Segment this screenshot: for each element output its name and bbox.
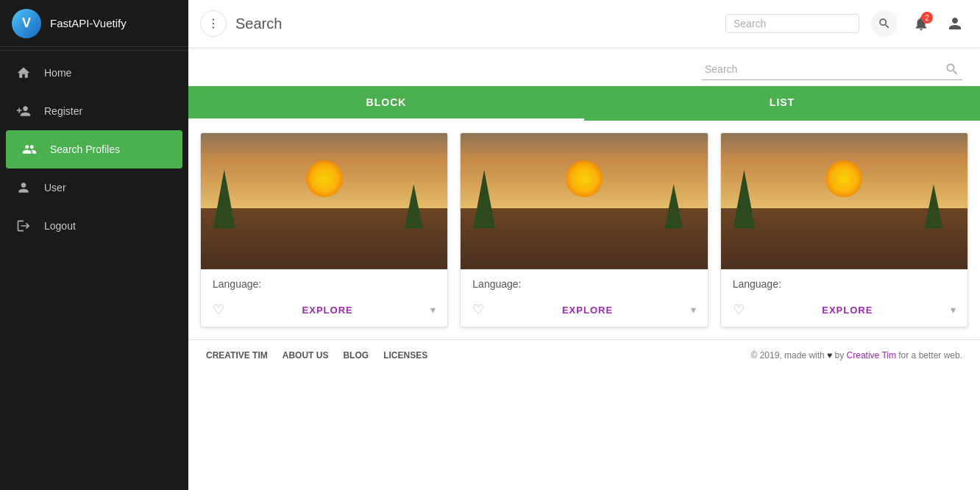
topbar-menu-button[interactable] — [200, 10, 227, 37]
explore-button-2[interactable]: EXPLORE — [562, 305, 613, 316]
sidebar-divider — [0, 50, 188, 51]
explore-button-3[interactable]: EXPLORE — [822, 305, 873, 316]
like-button-2[interactable]: ♡ — [472, 302, 484, 318]
explore-button-1[interactable]: EXPLORE — [302, 305, 353, 316]
topbar-search-input[interactable] — [734, 18, 851, 29]
secondary-search-box[interactable] — [702, 59, 962, 80]
card-language-3: Language: — [733, 278, 956, 290]
profile-card-3: Language: ♡ EXPLORE ▾ — [720, 132, 968, 327]
sidebar-item-register-label: Register — [44, 105, 82, 117]
secondary-search-input[interactable] — [705, 63, 945, 75]
card-language-1: Language: — [213, 278, 436, 290]
svg-point-0 — [213, 19, 214, 21]
sidebar-item-logout[interactable]: Logout — [0, 207, 188, 245]
notifications-button[interactable]: 2 — [906, 9, 936, 38]
sidebar-item-search-profiles[interactable]: Search Profiles — [6, 130, 182, 168]
profile-card-2: Language: ♡ EXPLORE ▾ — [460, 132, 708, 327]
view-tabs: BLOCK LIST — [188, 86, 980, 121]
topbar-title: Search — [235, 15, 725, 32]
svg-point-2 — [213, 26, 214, 28]
footer-brand-link[interactable]: Creative Tim — [847, 350, 896, 361]
notification-badge: 2 — [921, 12, 933, 24]
sidebar-item-search-profiles-label: Search Profiles — [50, 143, 120, 155]
topbar-search-box[interactable] — [725, 14, 859, 33]
footer-link-blog[interactable]: BLOG — [343, 350, 369, 361]
sidebar-item-user-label: User — [44, 182, 66, 193]
card-actions-2: ♡ EXPLORE ▾ — [472, 302, 695, 318]
logout-icon — [15, 217, 32, 235]
card-image-1 — [201, 133, 447, 269]
svg-point-1 — [213, 23, 214, 24]
footer-links: CREATIVE TIM ABOUT US BLOG LICENSES — [206, 350, 427, 361]
footer-copyright: © 2019, made with ♥ by Creative Tim for … — [751, 350, 963, 361]
sidebar-item-register[interactable]: Register — [0, 92, 188, 130]
card-actions-1: ♡ EXPLORE ▾ — [213, 302, 436, 318]
expand-button-2[interactable]: ▾ — [691, 304, 696, 316]
profile-card-1: Language: ♡ EXPLORE ▾ — [200, 132, 448, 327]
topbar-search-button[interactable] — [871, 10, 898, 37]
sidebar-item-home-label: Home — [44, 67, 71, 79]
topbar: Search 2 — [188, 0, 980, 47]
like-button-1[interactable]: ♡ — [213, 302, 224, 318]
footer-link-about-us[interactable]: ABOUT US — [283, 350, 329, 361]
footer-link-licenses[interactable]: LICENSES — [383, 350, 427, 361]
expand-button-1[interactable]: ▾ — [430, 304, 436, 316]
expand-button-3[interactable]: ▾ — [951, 304, 956, 316]
main-content: Search 2 BLOCK LI — [188, 0, 980, 490]
footer-link-creative-tim[interactable]: CREATIVE TIM — [206, 350, 268, 361]
user-avatar-button[interactable] — [942, 10, 968, 37]
like-button-3[interactable]: ♡ — [733, 302, 745, 318]
home-icon — [15, 64, 32, 82]
tab-list[interactable]: LIST — [584, 86, 980, 121]
footer-heart: ♥ — [827, 350, 832, 361]
sidebar-item-user[interactable]: User — [0, 168, 188, 207]
people-icon — [21, 141, 38, 158]
person-icon — [15, 179, 32, 196]
sidebar-item-logout-label: Logout — [44, 220, 76, 232]
person-add-icon — [15, 102, 32, 120]
app-logo: V — [12, 9, 41, 38]
cards-container: Language: ♡ EXPLORE ▾ — [188, 121, 980, 339]
card-image-3 — [721, 133, 967, 269]
secondary-search-area — [188, 47, 980, 86]
tab-block[interactable]: BLOCK — [188, 86, 584, 121]
footer: CREATIVE TIM ABOUT US BLOG LICENSES © 20… — [188, 339, 980, 371]
sidebar-item-home[interactable]: Home — [0, 54, 188, 92]
sidebar-header: V FastAPI-Vuetify — [0, 0, 188, 47]
page-content: BLOCK LIST Langu — [188, 47, 980, 490]
card-image-2 — [461, 133, 707, 269]
app-title: FastAPI-Vuetify — [50, 17, 127, 29]
sidebar: V FastAPI-Vuetify Home Register Search P… — [0, 0, 188, 490]
card-language-2: Language: — [472, 278, 695, 290]
secondary-search-icon — [945, 62, 959, 77]
card-actions-3: ♡ EXPLORE ▾ — [733, 302, 956, 318]
